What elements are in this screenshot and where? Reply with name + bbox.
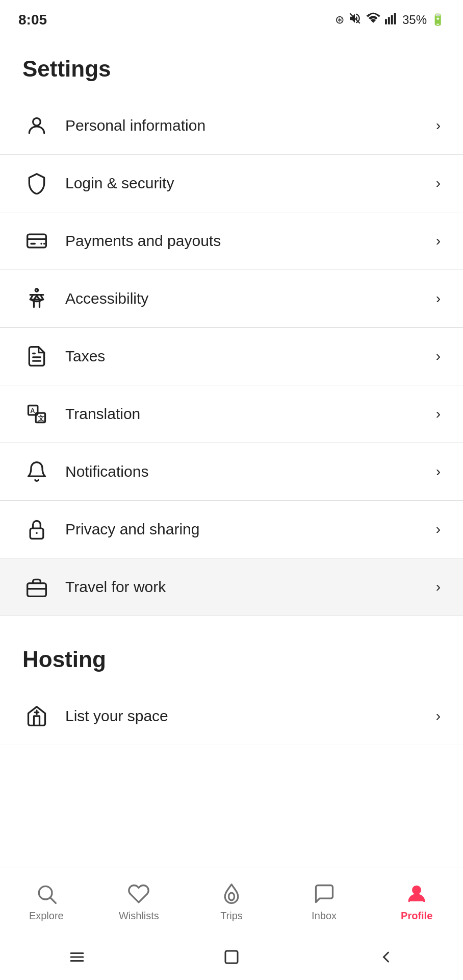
chevron-right-icon: › xyxy=(436,290,441,307)
lock-icon xyxy=(22,515,51,544)
chevron-right-icon: › xyxy=(436,117,441,134)
chevron-right-icon: › xyxy=(436,175,441,191)
bottom-navigation: Explore Wishlists Trips Inbox xyxy=(0,868,463,939)
chevron-right-icon: › xyxy=(436,348,441,364)
payments-payouts-label: Payments and payouts xyxy=(65,232,436,250)
hosting-menu: List your space › xyxy=(0,688,463,745)
taxes-icon xyxy=(22,342,51,371)
chevron-right-icon: › xyxy=(436,579,441,595)
chevron-right-icon: › xyxy=(436,463,441,480)
svg-point-5 xyxy=(33,118,41,126)
accessibility-label: Accessibility xyxy=(65,290,436,307)
svg-rect-1 xyxy=(385,19,387,24)
list-your-space-label: List your space xyxy=(65,707,436,725)
svg-point-20 xyxy=(36,532,38,534)
svg-rect-32 xyxy=(225,951,238,963)
briefcase-icon xyxy=(22,573,51,601)
chevron-right-icon: › xyxy=(436,521,441,537)
svg-point-27 xyxy=(228,893,234,900)
status-bar: 8:05 ⊛ 35% 🔋 xyxy=(0,0,463,36)
svg-point-9 xyxy=(40,243,42,245)
svg-point-11 xyxy=(35,289,38,292)
svg-point-28 xyxy=(413,886,421,894)
nav-profile[interactable]: Profile xyxy=(370,876,463,926)
chevron-right-icon: › xyxy=(436,708,441,724)
home-nav-button[interactable] xyxy=(216,947,247,967)
list-your-space-item[interactable]: List your space › xyxy=(0,688,463,745)
personal-information-label: Personal information xyxy=(65,117,436,134)
bell-icon xyxy=(22,457,51,486)
person-icon xyxy=(22,111,51,140)
svg-text:文: 文 xyxy=(38,414,44,422)
svg-line-26 xyxy=(50,898,56,903)
notifications-item[interactable]: Notifications › xyxy=(0,443,463,501)
bluetooth-icon: ⊛ xyxy=(335,13,344,27)
svg-rect-21 xyxy=(28,583,46,597)
shield-icon xyxy=(22,169,51,198)
travel-for-work-label: Travel for work xyxy=(65,578,436,596)
airbnb-logo-icon xyxy=(218,880,245,907)
wifi-icon xyxy=(366,12,381,28)
hosting-section: Hosting List your space › xyxy=(0,626,463,745)
battery-text: 35% xyxy=(402,13,427,27)
settings-title: Settings xyxy=(0,46,463,97)
taxes-label: Taxes xyxy=(65,348,436,365)
privacy-sharing-item[interactable]: Privacy and sharing › xyxy=(0,501,463,558)
system-navigation-bar xyxy=(0,939,463,980)
svg-rect-6 xyxy=(28,234,46,248)
nav-inbox[interactable]: Inbox xyxy=(278,876,371,926)
settings-menu: Personal information › Login & security … xyxy=(0,97,463,616)
payments-payouts-item[interactable]: Payments and payouts › xyxy=(0,212,463,270)
privacy-sharing-label: Privacy and sharing xyxy=(65,521,436,538)
travel-for-work-item[interactable]: Travel for work › xyxy=(0,558,463,616)
translation-icon: A 文 xyxy=(22,400,51,428)
translation-item[interactable]: A 文 Translation › xyxy=(0,385,463,443)
signal-icon xyxy=(385,12,398,28)
svg-text:A: A xyxy=(30,407,35,414)
main-content: Settings Personal information › Login & … xyxy=(0,36,463,868)
wishlists-label: Wishlists xyxy=(119,910,159,922)
svg-rect-2 xyxy=(388,17,390,24)
back-nav-button[interactable] xyxy=(62,947,92,967)
mute-icon xyxy=(348,12,362,28)
recents-nav-button[interactable] xyxy=(371,947,401,967)
nav-explore[interactable]: Explore xyxy=(0,876,93,926)
translation-label: Translation xyxy=(65,405,436,423)
profile-person-icon xyxy=(403,880,430,907)
payments-icon xyxy=(22,227,51,255)
nav-wishlists[interactable]: Wishlists xyxy=(93,876,186,926)
house-plus-icon xyxy=(22,702,51,730)
profile-label: Profile xyxy=(401,910,432,922)
svg-rect-4 xyxy=(394,13,396,24)
personal-information-item[interactable]: Personal information › xyxy=(0,97,463,155)
explore-label: Explore xyxy=(29,910,64,922)
message-icon xyxy=(311,880,338,907)
notifications-label: Notifications xyxy=(65,463,436,480)
heart-icon xyxy=(125,880,152,907)
nav-trips[interactable]: Trips xyxy=(185,876,278,926)
chevron-right-icon: › xyxy=(436,406,441,422)
inbox-label: Inbox xyxy=(312,910,337,922)
battery-icon: 🔋 xyxy=(431,13,445,27)
taxes-item[interactable]: Taxes › xyxy=(0,328,463,385)
accessibility-item[interactable]: Accessibility › xyxy=(0,270,463,328)
accessibility-icon xyxy=(22,284,51,313)
hosting-title: Hosting xyxy=(0,626,463,688)
status-icons: ⊛ 35% 🔋 xyxy=(335,12,445,28)
search-icon xyxy=(33,880,60,907)
chevron-right-icon: › xyxy=(436,233,441,249)
login-security-item[interactable]: Login & security › xyxy=(0,155,463,212)
svg-point-10 xyxy=(43,243,45,245)
login-security-label: Login & security xyxy=(65,175,436,192)
status-time: 8:05 xyxy=(18,12,47,28)
trips-label: Trips xyxy=(220,910,243,922)
svg-rect-3 xyxy=(391,15,393,24)
